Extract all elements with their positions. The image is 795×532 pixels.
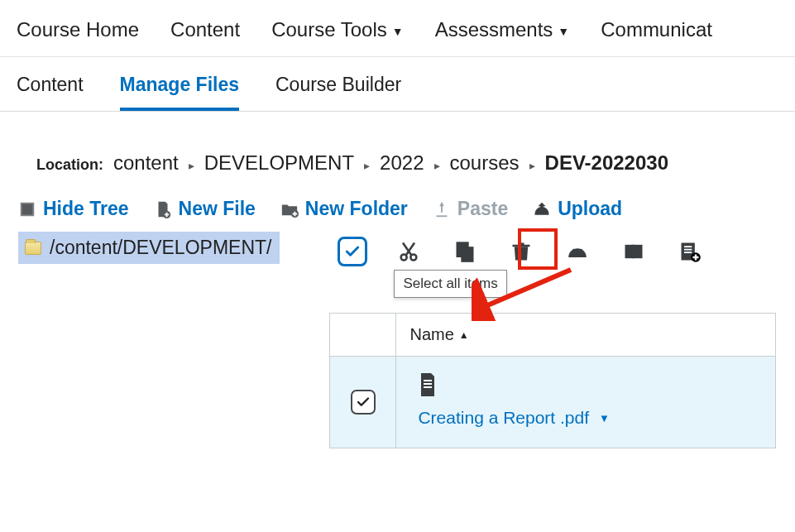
table-header: Name ▲	[330, 314, 775, 357]
breadcrumb: Location: content ▸ DEVELOPMENT ▸ 2022 ▸…	[0, 112, 795, 186]
breadcrumb-current: DEV-2022030	[545, 151, 668, 175]
copy-button[interactable]	[450, 237, 480, 266]
folder-path: /content/DEVELOPMENT/	[50, 237, 271, 259]
chevron-down-icon: ▼	[392, 25, 404, 38]
nav-course-tools[interactable]: Course Tools▼	[271, 18, 404, 41]
nav-communication[interactable]: Communicat	[601, 18, 712, 41]
svg-rect-7	[632, 245, 635, 258]
tab-manage-files[interactable]: Manage Files	[120, 74, 239, 111]
primary-nav: Course Home Content Course Tools▼ Assess…	[0, 0, 795, 57]
select-all-tooltip: Select all items	[394, 270, 506, 298]
table-row: Creating a Report .pdf ▼	[330, 357, 775, 448]
tab-course-builder[interactable]: Course Builder	[275, 74, 401, 111]
secondary-nav: Content Manage Files Course Builder	[0, 57, 795, 112]
folder-icon	[25, 242, 41, 255]
select-all-checkbox[interactable]	[338, 237, 367, 266]
nav-content[interactable]: Content	[170, 18, 240, 41]
chevron-down-icon[interactable]: ▼	[599, 412, 610, 424]
new-folder-button[interactable]: New Folder	[280, 198, 408, 220]
annotation-highlight	[518, 228, 558, 270]
breadcrumb-part[interactable]: content	[113, 151, 179, 175]
cut-button[interactable]	[394, 237, 424, 266]
collapse-icon	[18, 200, 36, 218]
download-button[interactable]	[563, 237, 592, 266]
file-link[interactable]: Creating a Report .pdf ▼	[418, 408, 759, 428]
nav-assessments[interactable]: Assessments▼	[435, 18, 570, 41]
paste-button: Paste	[433, 198, 508, 220]
file-icon	[418, 373, 438, 396]
row-checkbox[interactable]	[351, 390, 376, 415]
new-file-icon	[154, 200, 172, 218]
new-file-button[interactable]: New File	[154, 198, 256, 220]
tree-root-folder[interactable]: /content/DEVELOPMENT/	[18, 232, 280, 264]
hide-tree-button[interactable]: Hide Tree	[18, 198, 129, 220]
breadcrumb-part[interactable]: DEVELOPMENT	[204, 151, 354, 175]
new-folder-icon	[280, 200, 299, 218]
sort-asc-icon: ▲	[459, 329, 469, 341]
breadcrumb-separator: ▸	[364, 159, 370, 172]
folder-tree: /content/DEVELOPMENT/	[18, 232, 280, 264]
file-table: Name ▲ Creating a Report .pdf ▼	[329, 313, 776, 448]
nav-course-home[interactable]: Course Home	[17, 18, 139, 41]
breadcrumb-part[interactable]: 2022	[380, 151, 424, 175]
file-toolbar: Hide Tree New File New Folder Paste Uplo…	[0, 186, 795, 232]
tab-content[interactable]: Content	[17, 74, 84, 111]
breadcrumb-part[interactable]: courses	[450, 151, 520, 175]
column-name-header[interactable]: Name ▲	[396, 314, 775, 356]
chevron-down-icon: ▼	[558, 25, 569, 38]
breadcrumb-separator: ▸	[189, 159, 194, 172]
upload-button[interactable]: Upload	[533, 198, 622, 220]
add-content-button[interactable]	[675, 237, 705, 266]
breadcrumb-label: Location:	[36, 156, 103, 174]
upload-icon	[533, 200, 551, 218]
breadcrumb-separator: ▸	[529, 159, 535, 172]
file-action-bar: Select all items	[329, 232, 776, 271]
paste-icon	[433, 200, 451, 218]
breadcrumb-separator: ▸	[434, 159, 440, 172]
zip-button[interactable]	[619, 237, 649, 266]
